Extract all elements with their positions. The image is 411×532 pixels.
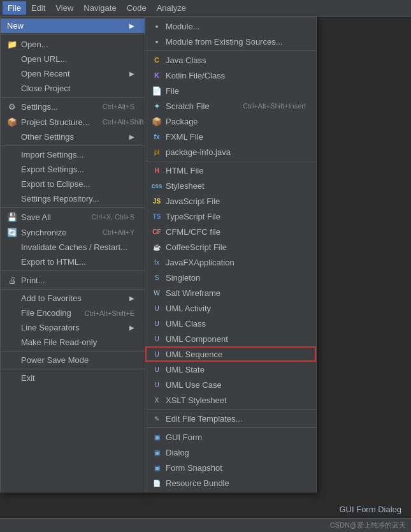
file-menu-open-url[interactable]: Open URL...	[1, 52, 145, 66]
settings-icon: ⚙	[7, 101, 17, 112]
xslt-icon: X	[152, 395, 162, 405]
separator-3	[1, 145, 145, 146]
cf-icon: CF	[152, 226, 162, 237]
file-menu-close-project[interactable]: Close Project	[1, 81, 145, 96]
package-icon: 📦	[152, 116, 162, 126]
new-java-class[interactable]: C Java Class	[145, 52, 316, 68]
new-module-existing[interactable]: ▪ Module from Existing Sources...	[145, 34, 316, 49]
print-icon: 🖨	[7, 275, 17, 285]
coffee-icon: ☕	[152, 242, 162, 252]
separator-4	[1, 207, 145, 208]
html-icon: H	[152, 165, 162, 175]
dialog-icon: ▣	[152, 447, 162, 457]
new-scratch-file[interactable]: ✦ Scratch File Ctrl+Alt+Shift+Insert	[145, 98, 316, 114]
separator-8	[1, 369, 145, 369]
sub-separator-1	[145, 50, 316, 51]
menu-analyze[interactable]: Analyze	[152, 1, 191, 15]
file-menu-invalidate-caches[interactable]: Invalidate Caches / Restart...	[1, 240, 145, 255]
file-menu-add-to-favorites[interactable]: Add to Favorites ▶	[1, 291, 145, 306]
sync-icon: 🔄	[7, 227, 17, 237]
new-fxml[interactable]: fx FXML File	[145, 129, 316, 144]
new-package[interactable]: 📦 Package	[145, 114, 316, 129]
file-menu-line-separators[interactable]: Line Separators ▶	[1, 320, 145, 335]
file-menu-import-settings[interactable]: Import Settings...	[1, 147, 145, 162]
fxml-icon: fx	[152, 131, 162, 142]
new-typescript[interactable]: TS TypeScript File	[145, 209, 316, 224]
new-uml-class[interactable]: U UML Class	[145, 316, 316, 331]
new-uml-state[interactable]: U UML State	[145, 362, 316, 377]
sub-separator-3	[145, 409, 316, 410]
singleton-icon: S	[152, 272, 162, 283]
module-existing-icon: ▪	[152, 36, 162, 47]
file-menu-export-html[interactable]: Export to HTML...	[1, 255, 145, 269]
menu-edit[interactable]: Edit	[26, 1, 50, 15]
file-menu-other-settings[interactable]: Other Settings ▶	[1, 129, 145, 144]
uml-state-icon: U	[152, 364, 162, 374]
new-html[interactable]: H HTML File	[145, 163, 316, 178]
kotlin-icon: K	[152, 70, 162, 80]
separator-5	[1, 270, 145, 271]
save-icon: 💾	[7, 212, 17, 222]
new-javafx-app[interactable]: fx JavaFXApplication	[145, 255, 316, 270]
edit-templates-icon: ✎	[152, 413, 162, 424]
file-menu-export-settings[interactable]: Export Settings...	[1, 162, 145, 177]
new-singleton[interactable]: S Singleton	[145, 270, 316, 285]
file-menu-open-recent[interactable]: Open Recent ▶	[1, 66, 145, 81]
file-icon: 📄	[152, 85, 162, 96]
file-menu-open[interactable]: 📁 Open...	[1, 36, 145, 52]
salt-icon: W	[152, 288, 162, 298]
new-file[interactable]: 📄 File	[145, 83, 316, 98]
uml-class-icon: U	[152, 318, 162, 329]
file-menu-power-save[interactable]: Power Save Mode	[1, 353, 145, 367]
file-menu-settings[interactable]: ⚙ Settings... Ctrl+Alt+S	[1, 99, 145, 114]
module-icon: ▪	[152, 21, 162, 31]
new-package-info[interactable]: pi package-info.java	[145, 144, 316, 159]
file-menu-new[interactable]: New ▶	[1, 18, 145, 33]
java-icon: C	[152, 55, 162, 65]
new-edit-templates[interactable]: ✎ Edit File Templates...	[145, 411, 316, 426]
gui-form-icon: ▣	[152, 432, 162, 442]
ts-icon: TS	[152, 211, 162, 221]
new-cfml[interactable]: CF CFML/CFC file	[145, 224, 316, 239]
file-menu-synchronize[interactable]: 🔄 Synchronize Ctrl+Alt+Y	[1, 225, 145, 240]
new-uml-activity[interactable]: U UML Activity	[145, 300, 316, 316]
file-menu-make-readonly[interactable]: Make File Read-only	[1, 335, 145, 350]
uml-sequence-icon: U	[152, 349, 162, 359]
menu-navigate[interactable]: Navigate	[78, 1, 121, 15]
watermark-text: CSDN@爱上纯净的蓝天	[330, 521, 406, 530]
file-menu-print[interactable]: 🖨 Print...	[1, 272, 145, 288]
project-icon: 📦	[7, 117, 17, 127]
file-menu-project-structure[interactable]: 📦 Project Structure... Ctrl+Alt+Shift+S	[1, 114, 145, 129]
new-gui-form[interactable]: ▣ GUI Form	[145, 429, 316, 445]
file-menu-save-all[interactable]: 💾 Save All Ctrl+X, Ctrl+S	[1, 209, 145, 225]
new-xslt[interactable]: X XSLT Stylesheet	[145, 392, 316, 408]
new-coffeescript[interactable]: ☕ CoffeeScript File	[145, 239, 316, 255]
package-info-icon: pi	[152, 147, 162, 157]
menu-code[interactable]: Code	[122, 1, 152, 15]
new-dialog[interactable]: ▣ Dialog	[145, 445, 316, 460]
new-javascript[interactable]: JS JavaScript File	[145, 193, 316, 209]
new-uml-usecase[interactable]: U UML Use Case	[145, 377, 316, 392]
sub-separator-2	[145, 161, 316, 161]
new-salt-wireframe[interactable]: W Salt Wireframe	[145, 285, 316, 300]
new-submenu-dropdown: ▪ Module... ▪ Module from Existing Sourc…	[145, 17, 317, 492]
file-menu-exit[interactable]: Exit	[1, 371, 145, 385]
file-menu-export-eclipse[interactable]: Export to Eclipse...	[1, 177, 145, 191]
form-snapshot-icon: ▣	[152, 462, 162, 473]
file-menu-file-encoding[interactable]: File Encoding Ctrl+Alt+Shift+E	[1, 306, 145, 320]
new-kotlin-class[interactable]: K Kotlin File/Class	[145, 68, 316, 83]
file-menu-settings-repo[interactable]: Settings Repository...	[1, 191, 145, 206]
scratch-icon: ✦	[152, 101, 162, 111]
new-resource-bundle[interactable]: 📄 Resource Bundle	[145, 475, 316, 491]
new-uml-component[interactable]: U UML Component	[145, 331, 316, 346]
uml-activity-icon: U	[152, 303, 162, 313]
resource-bundle-icon: 📄	[152, 478, 162, 488]
new-stylesheet[interactable]: css Stylesheet	[145, 178, 316, 193]
new-module[interactable]: ▪ Module...	[145, 18, 316, 34]
dropdown-container: New ▶ 📁 Open... Open URL... Open Recent …	[0, 17, 317, 492]
uml-usecase-icon: U	[152, 380, 162, 390]
new-form-snapshot[interactable]: ▣ Form Snapshot	[145, 460, 316, 475]
new-uml-sequence[interactable]: U UML Sequence	[145, 346, 316, 362]
menu-file[interactable]: File	[3, 1, 26, 15]
menu-view[interactable]: View	[50, 1, 78, 15]
